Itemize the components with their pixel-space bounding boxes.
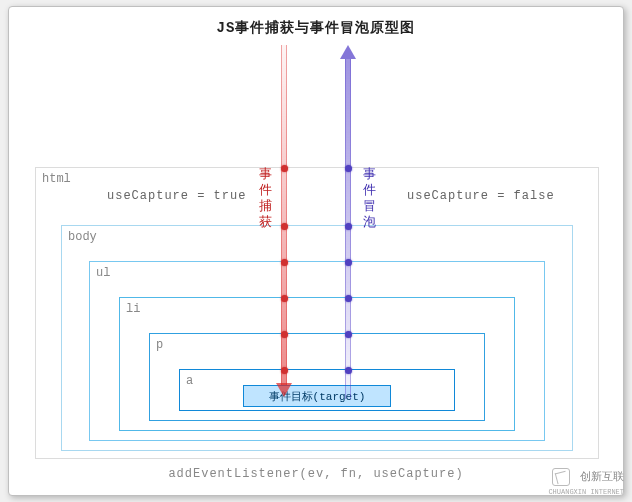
dot-capture-p (281, 331, 288, 338)
text-usecapture-false: useCapture = false (407, 189, 555, 203)
label-html: html (42, 172, 71, 186)
dot-capture-ul (281, 259, 288, 266)
dot-bubble-a (345, 367, 352, 374)
label-a: a (186, 374, 193, 388)
text-usecapture-true: useCapture = true (107, 189, 246, 203)
event-target: 事件目标(target) (243, 385, 391, 407)
label-ul: ul (96, 266, 110, 280)
bubble-phase-label: 事 件 冒 泡 (361, 167, 377, 231)
watermark-logo-icon (552, 468, 570, 486)
watermark: 创新互联 CHUANGXIN INTERNET (548, 468, 624, 498)
dot-capture-li (281, 295, 288, 302)
dot-bubble-body (345, 223, 352, 230)
label-p: p (156, 338, 163, 352)
dot-capture-a (281, 367, 288, 374)
label-li: li (126, 302, 140, 316)
dot-bubble-ul (345, 259, 352, 266)
diagram-title: JS事件捕获与事件冒泡原型图 (9, 19, 623, 37)
diagram-frame: JS事件捕获与事件冒泡原型图 html body ul li p a 事件目标(… (8, 6, 624, 496)
dot-capture-html (281, 165, 288, 172)
watermark-text-en: CHUANGXIN INTERNET (548, 488, 624, 496)
arrow-up-icon (340, 45, 356, 59)
dot-bubble-p (345, 331, 352, 338)
watermark-text-cn: 创新互联 (580, 471, 624, 483)
capture-phase-label: 事 件 捕 获 (257, 167, 273, 231)
arrow-down-icon (276, 383, 292, 397)
dot-capture-body (281, 223, 288, 230)
dot-bubble-li (345, 295, 352, 302)
dot-bubble-html (345, 165, 352, 172)
footer-api: addEventListener(ev, fn, useCapture) (9, 467, 623, 481)
label-body: body (68, 230, 97, 244)
